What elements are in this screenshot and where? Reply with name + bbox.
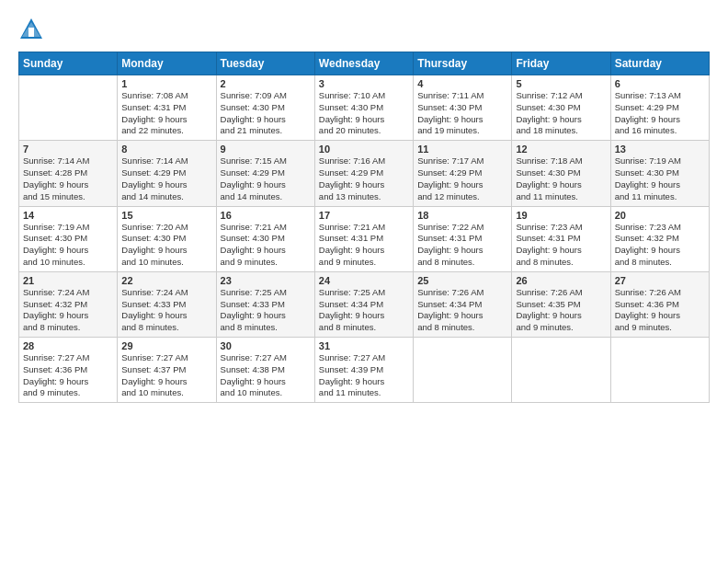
- calendar-cell: 13Sunrise: 7:19 AMSunset: 4:30 PMDayligh…: [610, 141, 709, 206]
- day-number: 3: [319, 78, 409, 89]
- day-number: 5: [516, 78, 606, 89]
- calendar-cell: 12Sunrise: 7:18 AMSunset: 4:30 PMDayligh…: [512, 141, 610, 206]
- day-info: Sunrise: 7:27 AMSunset: 4:37 PMDaylight:…: [121, 352, 211, 399]
- day-info: Sunrise: 7:17 AMSunset: 4:29 PMDaylight:…: [417, 155, 507, 202]
- calendar-cell: 1Sunrise: 7:08 AMSunset: 4:31 PMDaylight…: [118, 75, 216, 141]
- day-info: Sunrise: 7:21 AMSunset: 4:31 PMDaylight:…: [319, 222, 409, 269]
- calendar-cell: 5Sunrise: 7:12 AMSunset: 4:30 PMDaylight…: [512, 75, 610, 141]
- week-row-2: 7Sunrise: 7:14 AMSunset: 4:28 PMDaylight…: [19, 141, 710, 206]
- day-number: 15: [121, 210, 211, 221]
- calendar-header-tuesday: Tuesday: [216, 52, 314, 75]
- day-info: Sunrise: 7:25 AMSunset: 4:34 PMDaylight:…: [319, 287, 409, 334]
- week-row-3: 14Sunrise: 7:19 AMSunset: 4:30 PMDayligh…: [19, 206, 710, 271]
- calendar-cell: 22Sunrise: 7:24 AMSunset: 4:33 PMDayligh…: [118, 271, 216, 337]
- day-number: 18: [417, 210, 507, 221]
- header: [18, 17, 710, 42]
- day-info: Sunrise: 7:22 AMSunset: 4:31 PMDaylight:…: [417, 222, 507, 269]
- calendar-cell: 20Sunrise: 7:23 AMSunset: 4:32 PMDayligh…: [610, 206, 709, 271]
- calendar-cell: 10Sunrise: 7:16 AMSunset: 4:29 PMDayligh…: [314, 141, 413, 206]
- calendar-cell: 31Sunrise: 7:27 AMSunset: 4:39 PMDayligh…: [314, 338, 413, 403]
- day-number: 25: [417, 275, 507, 286]
- logo: [18, 17, 48, 42]
- week-row-5: 28Sunrise: 7:27 AMSunset: 4:36 PMDayligh…: [19, 338, 710, 403]
- day-number: 30: [221, 340, 311, 351]
- day-info: Sunrise: 7:13 AMSunset: 4:29 PMDaylight:…: [615, 90, 705, 137]
- calendar-cell: [19, 75, 118, 141]
- calendar-cell: [512, 338, 610, 403]
- day-info: Sunrise: 7:12 AMSunset: 4:30 PMDaylight:…: [516, 90, 606, 137]
- calendar-cell: 2Sunrise: 7:09 AMSunset: 4:30 PMDaylight…: [216, 75, 314, 141]
- logo-icon: [18, 17, 44, 42]
- day-info: Sunrise: 7:23 AMSunset: 4:32 PMDaylight:…: [615, 222, 705, 269]
- day-number: 22: [121, 275, 211, 286]
- calendar-cell: 26Sunrise: 7:26 AMSunset: 4:35 PMDayligh…: [512, 271, 610, 337]
- day-info: Sunrise: 7:14 AMSunset: 4:28 PMDaylight:…: [23, 155, 113, 202]
- week-row-4: 21Sunrise: 7:24 AMSunset: 4:32 PMDayligh…: [19, 271, 710, 337]
- day-info: Sunrise: 7:20 AMSunset: 4:30 PMDaylight:…: [121, 222, 211, 269]
- day-number: 7: [23, 144, 113, 155]
- day-info: Sunrise: 7:27 AMSunset: 4:36 PMDaylight:…: [23, 352, 113, 399]
- day-info: Sunrise: 7:26 AMSunset: 4:36 PMDaylight:…: [615, 287, 705, 334]
- day-number: 13: [615, 144, 705, 155]
- day-number: 8: [121, 144, 211, 155]
- day-info: Sunrise: 7:26 AMSunset: 4:35 PMDaylight:…: [516, 287, 606, 334]
- calendar-cell: [414, 338, 512, 403]
- day-info: Sunrise: 7:24 AMSunset: 4:32 PMDaylight:…: [23, 287, 113, 334]
- calendar-cell: 4Sunrise: 7:11 AMSunset: 4:30 PMDaylight…: [414, 75, 512, 141]
- day-number: 14: [23, 210, 113, 221]
- day-number: 4: [417, 78, 507, 89]
- calendar-cell: 30Sunrise: 7:27 AMSunset: 4:38 PMDayligh…: [216, 338, 314, 403]
- calendar-cell: 6Sunrise: 7:13 AMSunset: 4:29 PMDaylight…: [610, 75, 709, 141]
- day-number: 17: [319, 210, 409, 221]
- day-info: Sunrise: 7:19 AMSunset: 4:30 PMDaylight:…: [615, 155, 705, 202]
- calendar-cell: 16Sunrise: 7:21 AMSunset: 4:30 PMDayligh…: [216, 206, 314, 271]
- calendar-cell: 15Sunrise: 7:20 AMSunset: 4:30 PMDayligh…: [118, 206, 216, 271]
- calendar-cell: 19Sunrise: 7:23 AMSunset: 4:31 PMDayligh…: [512, 206, 610, 271]
- calendar-cell: 24Sunrise: 7:25 AMSunset: 4:34 PMDayligh…: [314, 271, 413, 337]
- day-info: Sunrise: 7:08 AMSunset: 4:31 PMDaylight:…: [121, 90, 211, 137]
- calendar-header-sunday: Sunday: [19, 52, 118, 75]
- day-number: 24: [319, 275, 409, 286]
- day-number: 11: [417, 144, 507, 155]
- day-info: Sunrise: 7:10 AMSunset: 4:30 PMDaylight:…: [319, 90, 409, 137]
- calendar-cell: 27Sunrise: 7:26 AMSunset: 4:36 PMDayligh…: [610, 271, 709, 337]
- calendar-cell: 11Sunrise: 7:17 AMSunset: 4:29 PMDayligh…: [414, 141, 512, 206]
- day-info: Sunrise: 7:25 AMSunset: 4:33 PMDaylight:…: [221, 287, 311, 334]
- week-row-1: 1Sunrise: 7:08 AMSunset: 4:31 PMDaylight…: [19, 75, 710, 141]
- day-number: 2: [221, 78, 311, 89]
- day-info: Sunrise: 7:26 AMSunset: 4:34 PMDaylight:…: [417, 287, 507, 334]
- calendar-cell: 21Sunrise: 7:24 AMSunset: 4:32 PMDayligh…: [19, 271, 118, 337]
- calendar: SundayMondayTuesdayWednesdayThursdayFrid…: [18, 52, 710, 403]
- day-number: 26: [516, 275, 606, 286]
- day-number: 6: [615, 78, 705, 89]
- day-info: Sunrise: 7:23 AMSunset: 4:31 PMDaylight:…: [516, 222, 606, 269]
- day-info: Sunrise: 7:27 AMSunset: 4:38 PMDaylight:…: [221, 352, 311, 399]
- day-number: 10: [319, 144, 409, 155]
- calendar-cell: 25Sunrise: 7:26 AMSunset: 4:34 PMDayligh…: [414, 271, 512, 337]
- calendar-header-row: SundayMondayTuesdayWednesdayThursdayFrid…: [19, 52, 710, 75]
- day-number: 23: [221, 275, 311, 286]
- calendar-header-wednesday: Wednesday: [314, 52, 413, 75]
- day-number: 20: [615, 210, 705, 221]
- day-info: Sunrise: 7:15 AMSunset: 4:29 PMDaylight:…: [221, 155, 311, 202]
- day-number: 9: [221, 144, 311, 155]
- day-number: 29: [121, 340, 211, 351]
- calendar-cell: 9Sunrise: 7:15 AMSunset: 4:29 PMDaylight…: [216, 141, 314, 206]
- calendar-header-saturday: Saturday: [610, 52, 709, 75]
- day-info: Sunrise: 7:11 AMSunset: 4:30 PMDaylight:…: [417, 90, 507, 137]
- calendar-cell: 29Sunrise: 7:27 AMSunset: 4:37 PMDayligh…: [118, 338, 216, 403]
- day-number: 31: [319, 340, 409, 351]
- day-info: Sunrise: 7:09 AMSunset: 4:30 PMDaylight:…: [221, 90, 311, 137]
- day-info: Sunrise: 7:18 AMSunset: 4:30 PMDaylight:…: [516, 155, 606, 202]
- day-info: Sunrise: 7:21 AMSunset: 4:30 PMDaylight:…: [221, 222, 311, 269]
- day-info: Sunrise: 7:19 AMSunset: 4:30 PMDaylight:…: [23, 222, 113, 269]
- day-number: 28: [23, 340, 113, 351]
- calendar-cell: 28Sunrise: 7:27 AMSunset: 4:36 PMDayligh…: [19, 338, 118, 403]
- day-number: 16: [221, 210, 311, 221]
- day-info: Sunrise: 7:16 AMSunset: 4:29 PMDaylight:…: [319, 155, 409, 202]
- day-number: 27: [615, 275, 705, 286]
- svg-rect-2: [28, 28, 34, 37]
- calendar-cell: 17Sunrise: 7:21 AMSunset: 4:31 PMDayligh…: [314, 206, 413, 271]
- calendar-cell: 3Sunrise: 7:10 AMSunset: 4:30 PMDaylight…: [314, 75, 413, 141]
- day-info: Sunrise: 7:24 AMSunset: 4:33 PMDaylight:…: [121, 287, 211, 334]
